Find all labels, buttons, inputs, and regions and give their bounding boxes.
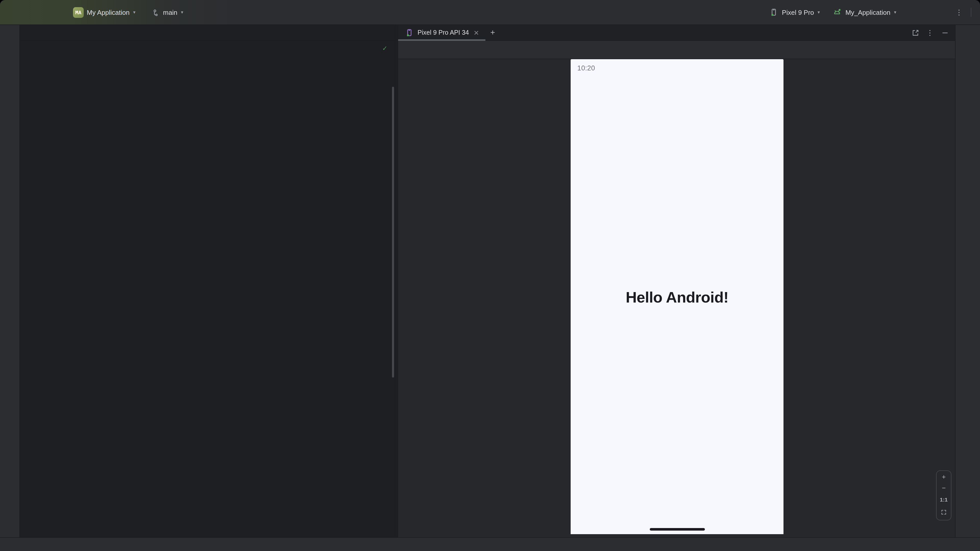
right-tool-strip <box>955 25 980 537</box>
android-studio-window: MA My Application ▾ main ▾ Pixel 9 Pro ▾… <box>0 0 980 551</box>
status-bar-clock: 10:20 <box>577 64 595 72</box>
phone-device-icon <box>404 27 414 38</box>
inspection-ok-icon[interactable]: ✓ <box>383 44 387 52</box>
maximize-window-button[interactable] <box>28 9 34 15</box>
phone-device-icon <box>769 7 779 17</box>
editor-tab-bar <box>20 25 395 41</box>
device-tab-pixel9pro[interactable]: Pixel 9 Pro API 34 ✕ <box>398 25 485 40</box>
macos-window-controls <box>0 9 42 15</box>
close-icon[interactable]: ✕ <box>474 29 479 37</box>
app-greeting-text: Hello Android! <box>571 289 783 306</box>
git-branch-icon <box>150 7 160 17</box>
window-titlebar: MA My Application ▾ main ▾ Pixel 9 Pro ▾… <box>0 0 980 25</box>
run-configuration-label: My_Application <box>845 8 891 16</box>
zoom-in-button[interactable]: + <box>942 473 945 480</box>
run-configuration-selector[interactable]: My_Application ▾ <box>829 6 900 19</box>
chevron-down-icon: ▾ <box>818 10 820 15</box>
project-avatar: MA <box>73 7 84 17</box>
project-widget[interactable]: MA My Application ▾ <box>69 5 139 19</box>
android-status-bar: 10:20 <box>571 59 783 75</box>
device-selector-label: Pixel 9 Pro <box>782 8 814 16</box>
close-window-button[interactable] <box>8 9 14 15</box>
panel-options-icon[interactable]: ⋮ <box>926 29 934 36</box>
emulator-toolbar <box>398 41 955 59</box>
toolbar-separator <box>971 8 971 17</box>
editor-scrollbar[interactable] <box>392 87 394 378</box>
android-head-icon <box>832 7 842 17</box>
minimize-window-button[interactable] <box>18 9 24 15</box>
editor-area: ✓ <box>20 25 395 537</box>
emulator-display-area: 10:20 Hello Android! + <box>398 59 955 537</box>
zoom-to-fit-button[interactable] <box>939 507 949 518</box>
zoom-out-button[interactable]: − <box>942 485 945 492</box>
running-devices-tab-bar: Pixel 9 Pro API 34 ✕ + ⋮ <box>398 25 955 41</box>
running-devices-panel: Pixel 9 Pro API 34 ✕ + ⋮ 10:20 <box>398 25 955 537</box>
zoom-actual-size-button[interactable]: 1:1 <box>940 496 948 503</box>
device-tab-label: Pixel 9 Pro API 34 <box>417 29 469 36</box>
chevron-down-icon: ▾ <box>894 10 896 15</box>
debug-app-button[interactable] <box>919 6 933 19</box>
add-device-tab-button[interactable]: + <box>485 25 500 40</box>
rerun-app-button[interactable] <box>902 6 917 19</box>
chevron-down-icon: ▾ <box>181 10 183 15</box>
vcs-branch-widget[interactable]: main ▾ <box>146 6 187 19</box>
branch-name: main <box>163 8 177 16</box>
chevron-down-icon: ▾ <box>133 10 135 15</box>
stop-app-button[interactable] <box>935 6 950 19</box>
hide-panel-icon[interactable] <box>940 27 950 38</box>
code-editor[interactable]: ✓ <box>20 41 395 537</box>
emulator-screen[interactable]: 10:20 Hello Android! <box>571 59 783 534</box>
status-bar <box>0 537 980 551</box>
emulator-zoom-controls: + − 1:1 <box>936 470 951 520</box>
gesture-navigation-handle[interactable] <box>649 528 705 530</box>
project-name: My Application <box>87 8 130 16</box>
device-selector[interactable]: Pixel 9 Pro ▾ <box>765 6 824 19</box>
left-tool-strip <box>0 25 20 537</box>
more-run-actions-button[interactable]: ⋮ <box>952 6 966 19</box>
open-in-new-window-icon[interactable] <box>910 27 920 38</box>
panel-splitter[interactable] <box>395 25 398 537</box>
